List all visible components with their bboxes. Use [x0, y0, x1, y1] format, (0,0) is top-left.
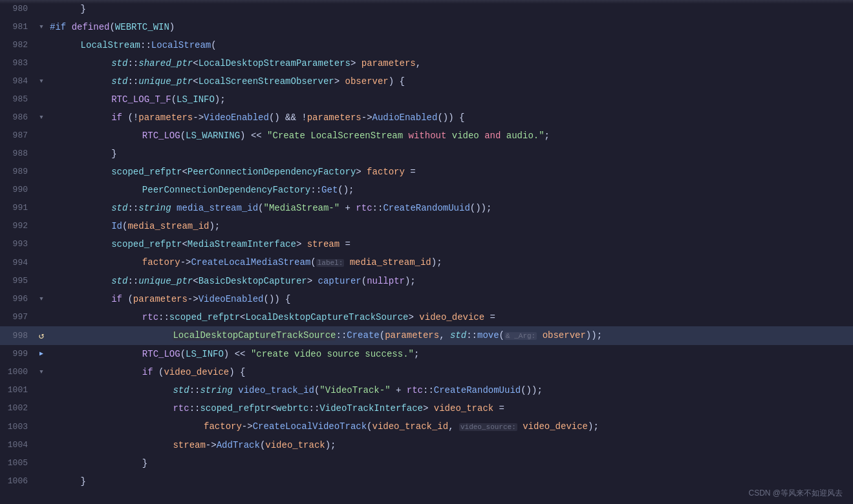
code-line-988: 988 } — [0, 145, 853, 163]
line-num-983: 983 — [0, 54, 36, 72]
line-content-983: std::shared_ptr<LocalDesktopStreamParame… — [47, 54, 853, 72]
line-content-994: factory->CreateLocalMediaStream(label: m… — [47, 253, 853, 272]
line-content-1001: std::string video_track_id("VideoTrack-"… — [47, 381, 853, 399]
line-content-995: std::unique_ptr<BasicDesktopCapturer> ca… — [47, 272, 853, 290]
code-line-985: 985 RTC_LOG_T_F(LS_INFO); — [0, 90, 853, 109]
line-content-996: if (parameters->VideoEnabled()) { — [47, 290, 853, 308]
line-num-993: 993 — [0, 235, 36, 253]
line-content-1000: if (video_device) { — [47, 363, 853, 381]
code-line-986: 986 ▼ if (!parameters->VideoEnabled() &&… — [0, 109, 853, 127]
line-num-987: 987 — [0, 127, 36, 145]
code-line-992: 992 Id(media_stream_id); — [0, 217, 853, 235]
code-line-999: 999 ▶ RTC_LOG(LS_INFO) << "create video … — [0, 345, 853, 363]
fold-984[interactable]: ▼ — [36, 72, 47, 90]
line-content-984: std::unique_ptr<LocalScreenStreamObserve… — [47, 72, 853, 90]
line-num-1001: 1001 — [0, 381, 36, 399]
line-num-990: 990 — [0, 181, 36, 199]
code-line-991: 991 std::string media_stream_id("MediaSt… — [0, 199, 853, 217]
code-line-994: 994 factory->CreateLocalMediaStream(labe… — [0, 253, 853, 272]
code-line-1006: 1006 } — [0, 472, 853, 490]
line-content-997: rtc::scoped_refptr<LocalDesktopCaptureTr… — [47, 308, 853, 326]
fold-1000[interactable]: ▼ — [36, 363, 47, 381]
line-num-985: 985 — [0, 90, 36, 109]
code-line-998: 998 ↺ LocalDesktopCaptureTrackSource::Cr… — [0, 326, 853, 345]
line-num-1003: 1003 — [0, 418, 36, 436]
fold-998[interactable]: ↺ — [36, 327, 47, 345]
code-line-981: 981 ▼ #if defined(WEBRTC_WIN) — [0, 18, 853, 36]
code-line-993: 993 scoped_refptr<MediaStreamInterface> … — [0, 235, 853, 253]
line-content-987: RTC_LOG(LS_WARNING) << "Create LocalScre… — [47, 127, 853, 145]
code-line-989: 989 scoped_refptr<PeerConnectionDependen… — [0, 163, 853, 181]
line-content-1003: factory->CreateLocalVideoTrack(video_tra… — [47, 417, 853, 436]
fold-996[interactable]: ▼ — [36, 290, 47, 308]
line-num-992: 992 — [0, 217, 36, 235]
line-num-1005: 1005 — [0, 454, 36, 472]
line-num-984: 984 — [0, 72, 36, 90]
line-content-985: RTC_LOG_T_F(LS_INFO); — [47, 90, 853, 109]
code-line-1002: 1002 rtc::scoped_refptr<webrtc::VideoTra… — [0, 399, 853, 417]
line-content-989: scoped_refptr<PeerConnectionDependencyFa… — [47, 163, 853, 181]
line-content-991: std::string media_stream_id("MediaStream… — [47, 199, 853, 217]
line-content-992: Id(media_stream_id); — [47, 217, 853, 235]
line-num-1000: 1000 — [0, 363, 36, 381]
line-content-982: LocalStream::LocalStream( — [47, 36, 853, 54]
line-num-986: 986 — [0, 109, 36, 127]
line-num-1006: 1006 — [0, 472, 36, 490]
code-line-984: 984 ▼ std::unique_ptr<LocalScreenStreamO… — [0, 72, 853, 90]
line-num-981: 981 — [0, 18, 36, 36]
line-content-990: PeerConnectionDependencyFactory::Get(); — [47, 181, 853, 199]
code-line-987: 987 RTC_LOG(LS_WARNING) << "Create Local… — [0, 127, 853, 145]
code-line-1005: 1005 } — [0, 454, 853, 472]
code-line-983: 983 std::shared_ptr<LocalDesktopStreamPa… — [0, 54, 853, 72]
code-line-995: 995 std::unique_ptr<BasicDesktopCapturer… — [0, 272, 853, 290]
line-num-996: 996 — [0, 290, 36, 308]
code-line-1003: 1003 factory->CreateLocalVideoTrack(vide… — [0, 417, 853, 436]
fold-999[interactable]: ▶ — [36, 345, 47, 363]
code-line-990: 990 PeerConnectionDependencyFactory::Get… — [0, 181, 853, 199]
line-num-1002: 1002 — [0, 399, 36, 417]
line-num-982: 982 — [0, 36, 36, 54]
fold-986[interactable]: ▼ — [36, 109, 47, 127]
line-content-998: LocalDesktopCaptureTrackSource::Create(p… — [47, 326, 853, 345]
code-line-1001: 1001 std::string video_track_id("VideoTr… — [0, 381, 853, 399]
exec-arrow-998: ↺ — [39, 327, 44, 345]
code-line-1000: 1000 ▼ if (video_device) { — [0, 363, 853, 381]
line-content-988: } — [47, 145, 853, 163]
line-content-993: scoped_refptr<MediaStreamInterface> stre… — [47, 235, 853, 253]
line-num-998: 998 — [0, 327, 36, 345]
line-content-1006: } — [47, 472, 853, 490]
code-editor: 980 } 981 ▼ #if defined(WEBRTC_WIN) 982 … — [0, 0, 853, 504]
line-content-1004: stream->AddTrack(video_track); — [47, 436, 853, 454]
line-content-981: #if defined(WEBRTC_WIN) — [47, 18, 853, 36]
line-content-999: RTC_LOG(LS_INFO) << "create video source… — [47, 345, 853, 363]
code-line-996: 996 ▼ if (parameters->VideoEnabled()) { — [0, 290, 853, 308]
line-num-989: 989 — [0, 163, 36, 181]
watermark: CSDN @等风来不如迎风去 — [748, 488, 843, 499]
line-num-988: 988 — [0, 145, 36, 163]
line-num-999: 999 — [0, 345, 36, 363]
line-num-1004: 1004 — [0, 436, 36, 454]
line-content-986: if (!parameters->VideoEnabled() && !para… — [47, 109, 853, 127]
line-num-997: 997 — [0, 308, 36, 326]
breakpoint-999: ▶ — [39, 345, 43, 363]
line-content-1002: rtc::scoped_refptr<webrtc::VideoTrackInt… — [47, 399, 853, 417]
line-content-1005: } — [47, 454, 853, 472]
code-line-997: 997 rtc::scoped_refptr<LocalDesktopCaptu… — [0, 308, 853, 326]
line-num-995: 995 — [0, 272, 36, 290]
fold-981[interactable]: ▼ — [36, 18, 47, 36]
line-num-994: 994 — [0, 254, 36, 272]
code-line-982: 982 LocalStream::LocalStream( — [0, 36, 853, 54]
line-num-991: 991 — [0, 199, 36, 217]
code-line-1004: 1004 stream->AddTrack(video_track); — [0, 436, 853, 454]
